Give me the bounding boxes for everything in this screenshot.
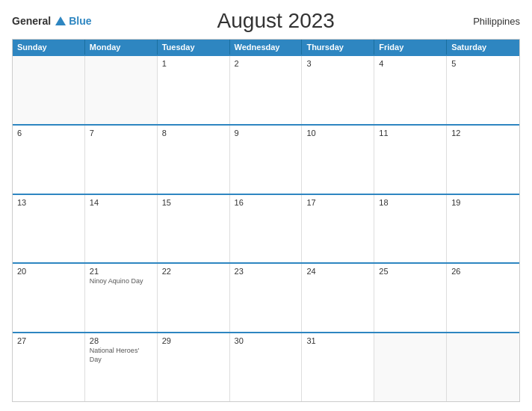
day-number: 29	[162, 336, 225, 345]
header-day-wednesday: Wednesday	[230, 40, 303, 55]
day-number: 28	[90, 336, 152, 345]
day-number: 7	[90, 129, 152, 137]
day-number: 25	[379, 267, 442, 276]
calendar-cell: 31	[302, 333, 374, 401]
calendar-cell: 29	[158, 333, 230, 401]
calendar-cell: 8	[158, 126, 230, 194]
calendar-cell: 5	[447, 56, 519, 124]
day-number: 9	[235, 129, 297, 137]
day-number: 22	[162, 267, 225, 276]
calendar-cell	[447, 333, 519, 401]
day-number: 15	[162, 198, 225, 207]
day-number: 6	[17, 129, 80, 137]
calendar-cell: 12	[447, 126, 519, 194]
holiday-label: National Heroes' Day	[90, 347, 152, 364]
calendar: SundayMondayTuesdayWednesdayThursdayFrid…	[12, 39, 520, 402]
day-number: 13	[17, 198, 80, 207]
country-label: Philippines	[460, 16, 520, 27]
day-number: 10	[306, 129, 369, 137]
calendar-cell	[13, 56, 85, 124]
day-number: 23	[235, 267, 297, 276]
calendar-header: SundayMondayTuesdayWednesdayThursdayFrid…	[13, 40, 519, 55]
day-number: 3	[306, 59, 369, 68]
calendar-week-3: 2021Ninoy Aquino Day2223242526	[13, 262, 519, 332]
header-day-thursday: Thursday	[302, 40, 374, 55]
header-day-friday: Friday	[374, 40, 447, 55]
logo-blue-text: Blue	[69, 15, 91, 27]
header-day-tuesday: Tuesday	[158, 40, 230, 55]
calendar-cell: 16	[230, 195, 303, 263]
page: General Blue August 2023 Philippines Sun…	[0, 0, 532, 411]
calendar-cell: 3	[302, 56, 374, 124]
day-number: 2	[235, 59, 297, 68]
calendar-week-2: 13141516171819	[13, 194, 519, 263]
day-number: 12	[451, 129, 515, 137]
calendar-body: 123456789101112131415161718192021Ninoy A…	[13, 55, 519, 401]
calendar-cell: 28National Heroes' Day	[85, 333, 158, 401]
day-number: 8	[162, 129, 225, 137]
header-day-saturday: Saturday	[447, 40, 519, 55]
calendar-cell: 2	[230, 56, 303, 124]
calendar-cell: 19	[447, 195, 519, 263]
day-number: 16	[235, 198, 297, 207]
calendar-week-4: 2728National Heroes' Day293031	[13, 332, 519, 401]
day-number: 31	[306, 336, 369, 345]
calendar-cell: 9	[230, 126, 303, 194]
calendar-cell: 6	[13, 126, 85, 194]
day-number: 4	[379, 59, 442, 68]
calendar-cell: 20	[13, 264, 85, 332]
calendar-cell: 21Ninoy Aquino Day	[85, 264, 158, 332]
calendar-cell: 7	[85, 126, 158, 194]
day-number: 30	[235, 336, 297, 345]
logo-triangle-icon	[55, 16, 66, 25]
calendar-title: August 2023	[91, 9, 460, 33]
day-number: 5	[451, 59, 515, 68]
header-day-sunday: Sunday	[13, 40, 85, 55]
calendar-cell: 27	[13, 333, 85, 401]
day-number: 18	[379, 198, 442, 207]
day-number: 26	[451, 267, 515, 276]
logo-general-text: General	[12, 15, 51, 27]
day-number: 19	[451, 198, 515, 207]
calendar-cell: 23	[230, 264, 303, 332]
calendar-cell: 30	[230, 333, 303, 401]
calendar-cell: 14	[85, 195, 158, 263]
day-number: 11	[379, 129, 442, 137]
header: General Blue August 2023 Philippines	[12, 9, 520, 33]
header-day-monday: Monday	[85, 40, 158, 55]
day-number: 24	[306, 267, 369, 276]
calendar-cell: 4	[374, 56, 447, 124]
calendar-cell	[85, 56, 158, 124]
calendar-cell: 22	[158, 264, 230, 332]
calendar-cell: 18	[374, 195, 447, 263]
day-number: 27	[17, 336, 80, 345]
day-number: 17	[306, 198, 369, 207]
day-number: 20	[17, 267, 80, 276]
calendar-cell: 24	[302, 264, 374, 332]
calendar-cell: 13	[13, 195, 85, 263]
day-number: 14	[90, 198, 152, 207]
calendar-cell: 15	[158, 195, 230, 263]
calendar-cell: 25	[374, 264, 447, 332]
calendar-cell: 1	[158, 56, 230, 124]
calendar-cell	[374, 333, 447, 401]
calendar-week-1: 6789101112	[13, 124, 519, 194]
calendar-cell: 10	[302, 126, 374, 194]
logo: General Blue	[12, 15, 91, 27]
holiday-label: Ninoy Aquino Day	[90, 277, 152, 286]
calendar-cell: 17	[302, 195, 374, 263]
calendar-cell: 26	[447, 264, 519, 332]
day-number: 1	[162, 59, 225, 68]
calendar-cell: 11	[374, 126, 447, 194]
day-number: 21	[90, 267, 152, 276]
calendar-week-0: 12345	[13, 55, 519, 124]
